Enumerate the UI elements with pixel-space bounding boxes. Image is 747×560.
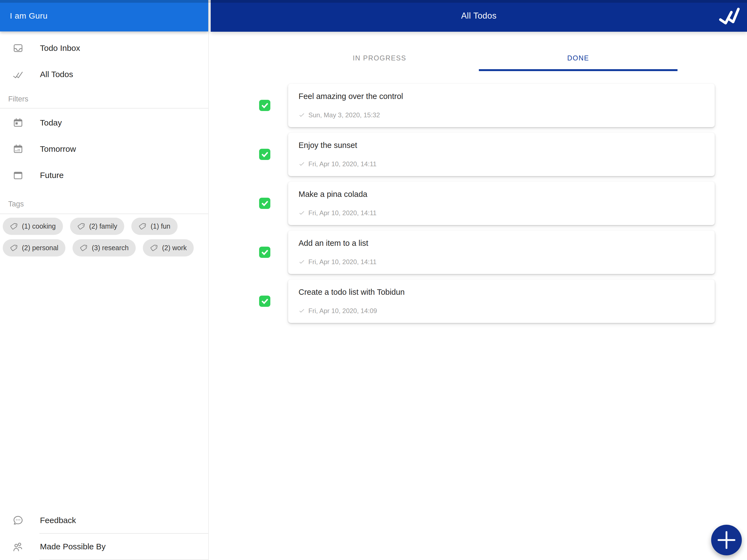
check-icon: [299, 308, 305, 314]
sidebar-item-label: All Todos: [40, 70, 73, 79]
calendar-today-icon: [12, 117, 24, 129]
tag-chip-fun[interactable]: (1) fun: [131, 218, 177, 235]
sidebar: I am Guru Todo Inbox: [0, 0, 209, 560]
app-bar: All Todos: [211, 0, 747, 32]
tab-done[interactable]: DONE: [479, 47, 677, 71]
plus-icon: [714, 528, 739, 553]
tag-chip-work[interactable]: (2) work: [143, 239, 194, 257]
todo-card[interactable]: Enjoy the sunset Fri, Apr 10, 2020, 14:1…: [288, 133, 715, 176]
todo-completed-date: Fri, Apr 10, 2020, 14:11: [299, 160, 704, 168]
tab-label: DONE: [567, 54, 589, 62]
tag-chip-label: (2) family: [89, 222, 118, 230]
add-todo-button[interactable]: [711, 525, 742, 555]
todo-checkbox-checked[interactable]: [259, 100, 271, 111]
tag-chip-label: (3) research: [92, 244, 129, 252]
todo-card[interactable]: Make a pina colada Fri, Apr 10, 2020, 14…: [288, 182, 715, 225]
check-icon: [299, 112, 305, 118]
todo-card[interactable]: Add an item to a list Fri, Apr 10, 2020,…: [288, 231, 715, 274]
sidebar-item-label: Tomorrow: [40, 144, 76, 154]
todo-checkbox-checked[interactable]: [259, 247, 271, 258]
todo-list: Feel amazing over the control Sun, May 3…: [211, 84, 747, 323]
tag-chip-label: (2) work: [162, 244, 187, 252]
sidebar-item-label: Future: [40, 170, 64, 180]
tab-label: IN PROGRESS: [353, 54, 406, 62]
todo-row: Make a pina colada Fri, Apr 10, 2020, 14…: [211, 182, 747, 225]
tab-bar: IN PROGRESS DONE: [280, 47, 677, 71]
check-icon: [299, 259, 305, 265]
todo-completed-date: Fri, Apr 10, 2020, 14:11: [299, 209, 704, 217]
todo-card[interactable]: Feel amazing over the control Sun, May 3…: [288, 84, 715, 127]
filters-section-label: Filters: [0, 93, 208, 105]
tags-list: (1) cooking (2) family (: [0, 214, 208, 257]
tab-in-progress[interactable]: IN PROGRESS: [280, 47, 479, 71]
todo-completed-date: Fri, Apr 10, 2020, 14:09: [299, 307, 704, 315]
calendar-tomorrow-icon: [12, 143, 24, 155]
tag-chip-research[interactable]: (3) research: [73, 239, 136, 257]
main-content: All Todos IN PROGRESS DONE: [211, 0, 747, 560]
tag-chip-label: (2) personal: [22, 244, 58, 252]
sidebar-item-label: Todo Inbox: [40, 44, 80, 53]
double-check-icon: [12, 69, 24, 80]
todo-title: Make a pina colada: [299, 188, 704, 201]
todo-completed-date: Fri, Apr 10, 2020, 14:11: [299, 258, 704, 266]
sidebar-item-label: Today: [40, 118, 62, 127]
tags-section-label: Tags: [0, 198, 208, 210]
sidebar-item-all-todos[interactable]: All Todos: [0, 61, 208, 87]
double-check-logo-icon: [716, 5, 743, 27]
filters-list: Today: [0, 109, 208, 188]
app-window: I am Guru Todo Inbox: [0, 0, 747, 560]
todo-title: Enjoy the sunset: [299, 139, 704, 152]
sidebar-item-label: Made Possible By: [40, 542, 106, 551]
todo-card[interactable]: Create a todo list with Tobidun Fri, Apr…: [288, 279, 715, 323]
sidebar-item-made-possible-by[interactable]: Made Possible By: [0, 534, 208, 559]
todo-title: Add an item to a list: [299, 237, 704, 250]
people-icon: [12, 540, 24, 553]
tag-chip-cooking[interactable]: (1) cooking: [3, 218, 63, 235]
todo-title: Feel amazing over the control: [299, 90, 704, 103]
sidebar-nav: Todo Inbox All Todos: [0, 31, 208, 87]
todo-row: Feel amazing over the control Sun, May 3…: [211, 84, 747, 127]
check-icon: [299, 210, 305, 216]
sidebar-item-feedback[interactable]: Feedback: [0, 507, 208, 533]
check-icon: [299, 161, 305, 167]
todo-completed-date: Sun, May 3, 2020, 15:32: [299, 111, 704, 119]
tag-chip-label: (1) cooking: [22, 222, 56, 230]
todo-title: Create a todo list with Tobidun: [299, 286, 704, 299]
tag-chip-family[interactable]: (2) family: [70, 218, 125, 235]
sidebar-item-future[interactable]: Future: [0, 162, 208, 188]
tag-chip-label: (1) fun: [151, 222, 170, 230]
todo-checkbox-checked[interactable]: [259, 149, 271, 160]
todo-row: Enjoy the sunset Fri, Apr 10, 2020, 14:1…: [211, 133, 747, 176]
todo-checkbox-checked[interactable]: [259, 198, 271, 209]
calendar-future-icon: [12, 169, 24, 181]
sidebar-header: I am Guru: [0, 0, 208, 31]
feedback-icon: [12, 514, 24, 526]
sidebar-item-todo-inbox[interactable]: Todo Inbox: [0, 35, 208, 61]
sidebar-item-tomorrow[interactable]: Tomorrow: [0, 136, 208, 162]
user-name: I am Guru: [10, 11, 48, 21]
sidebar-footer: Feedback Made Possible By: [0, 507, 208, 560]
sidebar-item-today[interactable]: Today: [0, 110, 208, 136]
todo-row: Add an item to a list Fri, Apr 10, 2020,…: [211, 231, 747, 274]
inbox-icon: [12, 42, 24, 54]
page-title: All Todos: [461, 11, 497, 21]
sidebar-item-label: Feedback: [40, 516, 76, 525]
todo-row: Create a todo list with Tobidun Fri, Apr…: [211, 279, 747, 323]
todo-checkbox-checked[interactable]: [259, 296, 271, 307]
tag-chip-personal[interactable]: (2) personal: [3, 239, 66, 257]
